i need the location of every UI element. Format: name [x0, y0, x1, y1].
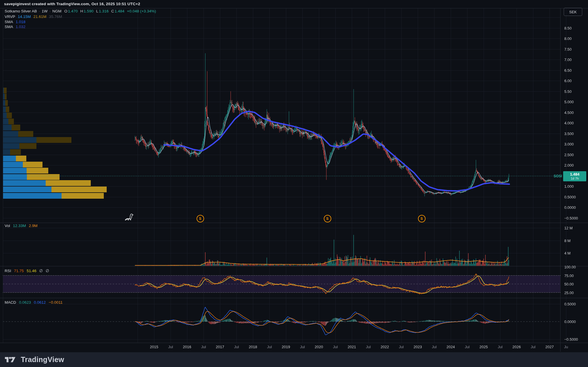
- price-tick: 2.000: [564, 163, 574, 167]
- time-label-year: 2017: [216, 345, 224, 349]
- time-label-month: Jul: [399, 345, 404, 349]
- time-label-month: Jul: [300, 345, 305, 349]
- legend-separator: ·: [49, 9, 51, 13]
- rsi-band-value-2: ∅: [46, 268, 49, 273]
- symbol-interval: 1W: [42, 9, 47, 13]
- ohlc-value: 1.316: [99, 9, 109, 13]
- volume-ma-value: 2.9M: [29, 224, 38, 228]
- time-label-year: 2026: [513, 345, 521, 349]
- time-label-month: Jul: [168, 345, 173, 349]
- time-label-year: 2016: [183, 345, 191, 349]
- price-tick: 7.50: [564, 47, 572, 51]
- tradingview-brand-text: TradingView: [21, 355, 64, 364]
- rsi-tick: 100.00: [564, 265, 576, 269]
- price-tick: 8.00: [564, 36, 572, 41]
- watermark: savepiginvest created with TradingView.c…: [4, 2, 140, 6]
- split-marker[interactable]: S: [197, 215, 204, 222]
- currency-button[interactable]: SEK: [564, 8, 582, 16]
- volume-legend: Vol 12.33M 2.9M: [5, 224, 40, 228]
- time-label-year: 2027: [546, 345, 554, 349]
- time-label-year: 2025: [480, 345, 488, 349]
- macd-tick: 0.5000: [564, 302, 576, 306]
- split-marker[interactable]: S: [418, 215, 426, 222]
- price-tick: −0.5000: [564, 216, 578, 220]
- time-label-year: 2020: [315, 345, 323, 349]
- dino-cursor-icon: [125, 213, 134, 222]
- split-marker[interactable]: S: [324, 215, 331, 222]
- price-tick: 6.00: [564, 79, 572, 83]
- price-tick: 7.00: [564, 58, 572, 62]
- sma2-value: 1.032: [16, 25, 25, 29]
- time-label-month: Jul: [333, 345, 338, 349]
- rsi-value: 71.75: [14, 269, 24, 273]
- legend-line-sma1: SMA 1.018: [5, 20, 28, 24]
- rsi-tick: 25.00: [564, 290, 574, 295]
- ticker-axis-label: SOSI: [540, 174, 562, 178]
- price-tick: 6.50: [564, 68, 572, 72]
- macd-hist-value: −0.0011: [49, 300, 62, 305]
- tradingview-chart-page: { "page": { "watermark": "savepiginvest …: [0, 0, 588, 367]
- sma1-label: SMA: [5, 20, 13, 24]
- price-tick: 4.000: [564, 121, 574, 125]
- price-change: +0.048 (+3.34%): [127, 9, 156, 13]
- price-tick: 3.000: [564, 142, 574, 146]
- macd-legend: MACD 0.0623 0.0612 −0.0011: [5, 300, 66, 305]
- chart-canvas[interactable]: [0, 0, 588, 367]
- vrvp-value-3: 35.76M: [49, 14, 62, 19]
- price-tick: 0.5000: [564, 195, 576, 199]
- time-label-month: Jul: [531, 345, 536, 349]
- symbol-exchange: NGM: [52, 9, 62, 13]
- macd-label: MACD: [5, 300, 16, 305]
- tradingview-logo-icon: [5, 356, 17, 363]
- price-tick: 3.500: [564, 131, 574, 136]
- tradingview-logo[interactable]: TradingView: [5, 355, 64, 364]
- vrvp-label: VRVP: [5, 14, 15, 19]
- vrvp-value-1: 14.15M: [18, 14, 31, 19]
- price-tick: 8.50: [564, 26, 572, 30]
- time-label-month: Jul: [432, 345, 437, 349]
- time-label-month: Jul: [234, 345, 239, 349]
- volume-value: 12.33M: [13, 224, 26, 228]
- ohlc-label: H: [80, 9, 83, 13]
- ohlc-value: 1.590: [84, 9, 94, 13]
- legend-line-sma2: SMA 1.032: [5, 25, 28, 29]
- volume-label: Vol: [5, 224, 10, 228]
- time-label-year: 2021: [348, 345, 356, 349]
- ohlc-label: C: [111, 9, 114, 13]
- legend-line-symbol: Sotkamo Silver AB · 1W · NGM O1.470H1.59…: [5, 9, 159, 13]
- last-price-flag: 1.484 1d 7h: [563, 171, 586, 181]
- sma2-label: SMA: [5, 25, 13, 29]
- time-label-month: Jul: [201, 345, 206, 349]
- time-label-year: 2019: [282, 345, 290, 349]
- time-label-year: 2018: [249, 345, 257, 349]
- legend-line-vrvp: VRVP 14.15M 21.61M 35.76M: [5, 14, 65, 19]
- ohlc-value: 1.484: [114, 9, 124, 13]
- time-label-year: 2022: [381, 345, 389, 349]
- rsi-tick: 50.00: [564, 282, 574, 286]
- time-label-month: Jul: [366, 345, 371, 349]
- volume-tick: 4 M: [564, 251, 571, 255]
- footer-bar: TradingView: [0, 352, 588, 367]
- volume-tick: 8 M: [564, 238, 571, 243]
- rsi-ma-value: 51.46: [27, 269, 36, 273]
- ohlc-label: L: [96, 9, 98, 13]
- volume-tick: 12 M: [564, 226, 573, 230]
- macd-tick: 0.0000: [564, 320, 576, 324]
- time-label-year: 2015: [150, 345, 158, 349]
- time-axis[interactable]: 2015Jul2016Jul2017Jul2018Jul2019Jul2020J…: [0, 343, 588, 352]
- price-tick: 5.000: [564, 100, 574, 104]
- macd-signal-value: 0.0612: [34, 300, 46, 305]
- vrvp-value-2: 21.61M: [34, 14, 47, 19]
- time-label-month: Jul: [498, 345, 503, 349]
- price-tick: 4.500: [564, 110, 574, 115]
- time-label-year: 2023: [414, 345, 422, 349]
- legend-separator: ·: [39, 9, 40, 13]
- ohlc-values: O1.470H1.590L1.316C1.484: [64, 9, 127, 13]
- price-tick: 0.0000: [564, 205, 576, 210]
- ohlc-label: O: [64, 9, 68, 13]
- price-tick: 1.000: [564, 184, 574, 189]
- time-label-month: Jul: [465, 345, 470, 349]
- last-price-value: 1.484: [570, 172, 580, 177]
- ohlc-value: 1.470: [68, 9, 78, 13]
- bar-countdown: 1d 7h: [571, 177, 579, 180]
